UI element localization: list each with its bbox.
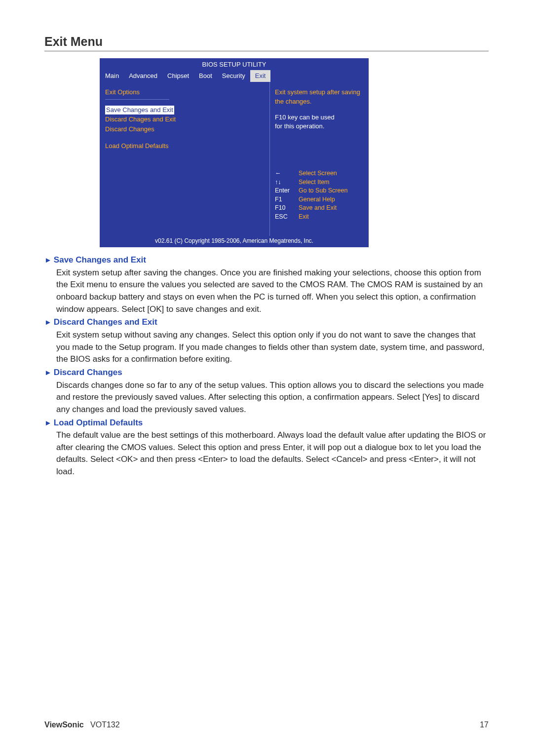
desc-heading: ► Save Changes and Exit [44, 254, 489, 266]
bios-tabs: Main Advanced Chipset Boot Security Exit [100, 70, 368, 82]
help-text: for this operation. [275, 122, 363, 131]
desc-body: Discards changes done so far to any of t… [44, 379, 489, 416]
arrow-icon: ► [44, 255, 52, 265]
footer-page-number: 17 [480, 720, 489, 729]
nav-key: ← [275, 169, 294, 178]
nav-help: ←Select Screen ↑↓Select Item EnterGo to … [275, 169, 363, 221]
bios-right-pane: Exit system setup after saving the chang… [269, 82, 368, 236]
nav-key: F10 [275, 204, 294, 213]
opt-discard-changes-exit[interactable]: Discard Chages and Exit [105, 114, 265, 124]
arrow-icon: ► [44, 417, 52, 428]
nav-key: F1 [275, 195, 294, 204]
bios-footer: v02.61 (C) Copyright 1985-2006, American… [100, 236, 368, 247]
nav-key: ESC [275, 213, 294, 222]
desc-heading: ► Discard Changes [44, 367, 489, 379]
tab-main[interactable]: Main [100, 70, 124, 82]
footer-model: VOT132 [90, 720, 120, 729]
desc-heading: ► Discard Changes and Exit [44, 316, 489, 329]
tab-advanced[interactable]: Advanced [124, 70, 162, 82]
bios-left-pane: Exit Options Save Changes and Exit Disca… [100, 82, 269, 236]
arrow-icon: ► [44, 367, 52, 378]
tab-chipset[interactable]: Chipset [162, 70, 194, 82]
desc-body: Exit system setup without saving any cha… [44, 329, 489, 366]
descriptions: ► Save Changes and Exit Exit system setu… [44, 254, 489, 478]
help-text: the changes. [275, 97, 363, 106]
desc-body: Exit system setup after saving the chang… [44, 267, 489, 316]
nav-action: General Help [299, 195, 335, 204]
desc-title: Save Changes and Exit [54, 254, 146, 266]
opt-save-changes-exit[interactable]: Save Changes and Exit [105, 106, 174, 114]
page-footer: ViewSonic VOT132 17 [44, 720, 489, 729]
opt-load-optimal-defaults[interactable]: Load Optimal Defaults [105, 141, 265, 151]
tab-security[interactable]: Security [217, 70, 250, 82]
nav-action: Select Screen [299, 169, 337, 178]
footer-brand: ViewSonic [44, 720, 84, 729]
desc-title: Discard Changes [54, 367, 122, 379]
nav-action: Save and Exit [299, 204, 337, 213]
desc-title: Discard Changes and Exit [54, 316, 157, 329]
bios-body: Exit Options Save Changes and Exit Disca… [100, 82, 368, 236]
page-title: Exit Menu [44, 35, 489, 51]
nav-key: ↑↓ [275, 178, 294, 187]
bios-screenshot: BIOS SETUP UTILITY Main Advanced Chipset… [100, 58, 369, 247]
bios-title: BIOS SETUP UTILITY [100, 59, 368, 70]
nav-key: Enter [275, 187, 294, 195]
arrow-icon: ► [44, 317, 52, 328]
help-text: Exit system setup after saving [275, 88, 363, 97]
tab-boot[interactable]: Boot [194, 70, 217, 82]
tab-exit[interactable]: Exit [250, 70, 271, 82]
desc-heading: ► Load Optimal Defaults [44, 417, 489, 429]
exit-options-title: Exit Options [105, 88, 169, 99]
nav-action: Select Item [299, 178, 330, 187]
help-text: F10 key can be used [275, 113, 363, 122]
desc-body: The default value are the best settings … [44, 429, 489, 478]
nav-action: Exit [299, 213, 309, 222]
desc-title: Load Optimal Defaults [54, 417, 143, 429]
opt-discard-changes[interactable]: Discard Changes [105, 124, 265, 134]
nav-action: Go to Sub Screen [299, 187, 347, 195]
